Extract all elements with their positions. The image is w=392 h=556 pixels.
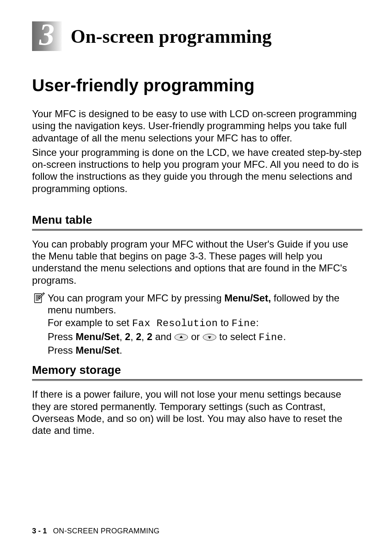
note-line-4: Press Menu/Set.	[48, 344, 362, 356]
chapter-title: On-screen programming	[71, 25, 272, 47]
text-bold: 2	[136, 331, 141, 342]
text-bold: Menu/Set	[76, 331, 120, 342]
note-icon-wrap	[32, 292, 47, 307]
text-run: ,	[120, 331, 125, 342]
text-run: or	[191, 331, 203, 342]
text-run: to select	[219, 331, 259, 342]
document-page: 3 On-screen programming User-friendly pr…	[0, 0, 392, 556]
note-text: You can program your MFC by pressing Men…	[48, 292, 362, 357]
page-footer: 3 - 1 ON-SCREEN PROGRAMMING	[32, 527, 159, 535]
svg-rect-0	[35, 294, 42, 303]
section-rule	[32, 229, 362, 231]
note-line-3: Press Menu/Set, 2, 2, 2 and or to select…	[48, 331, 362, 343]
memory-storage-paragraph: If there is a power failure, you will no…	[32, 388, 362, 436]
intro-paragraph-1: Your MFC is designed to be easy to use w…	[32, 108, 362, 144]
note-block: You can program your MFC by pressing Men…	[32, 292, 362, 357]
section-rule	[32, 379, 362, 381]
text-run: You can program your MFC by pressing	[48, 292, 224, 303]
text-mono: Fine	[231, 318, 256, 329]
nav-up-icon	[174, 334, 188, 341]
text-bold: Menu/Set,	[224, 292, 271, 303]
text-run: .	[120, 345, 122, 356]
note-line-2: For example to set Fax Resolution to Fin…	[48, 317, 362, 329]
chapter-number: 3	[39, 19, 55, 50]
text-bold: 2	[147, 331, 152, 342]
note-icon	[32, 292, 45, 305]
text-mono: Fine	[259, 332, 284, 343]
text-run: .	[283, 331, 286, 342]
text-run: ,	[130, 331, 136, 342]
chapter-header: 3 On-screen programming	[32, 21, 362, 51]
menu-table-paragraph: You can probably program your MFC withou…	[32, 238, 362, 286]
chapter-number-badge: 3	[32, 21, 62, 51]
section-heading-memory-storage: Memory storage	[32, 364, 362, 377]
text-run: and	[152, 331, 174, 342]
text-bold: 2	[125, 331, 130, 342]
text-run: ,	[141, 331, 147, 342]
text-bold: Menu/Set	[76, 345, 120, 356]
text-run: Press	[48, 345, 76, 356]
note-line-1: You can program your MFC by pressing Men…	[48, 292, 362, 316]
text-run: Press	[48, 331, 76, 342]
text-run: to	[218, 317, 231, 328]
text-run: :	[256, 317, 259, 328]
page-title: User-friendly programming	[32, 76, 362, 95]
text-run: For example to set	[48, 317, 132, 328]
intro-paragraph-2: Since your programming is done on the LC…	[32, 146, 362, 195]
page-number: 3 - 1	[32, 527, 47, 535]
footer-section: ON-SCREEN PROGRAMMING	[53, 527, 159, 535]
nav-down-icon	[203, 334, 217, 341]
text-mono: Fax Resolution	[132, 318, 218, 329]
section-heading-menu-table: Menu table	[32, 213, 362, 227]
